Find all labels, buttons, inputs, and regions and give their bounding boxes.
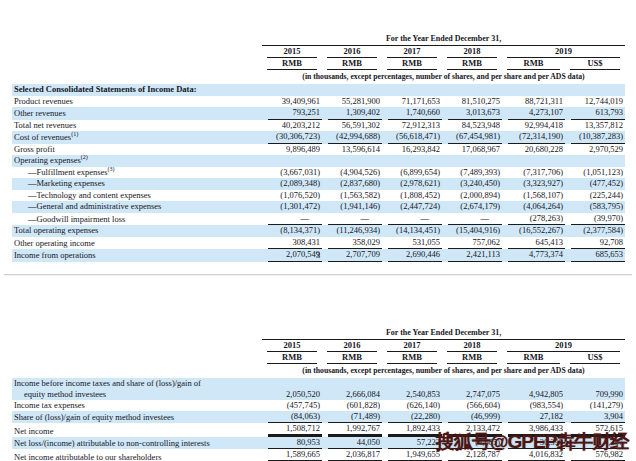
value-cell: 27,182: [502, 411, 565, 423]
value-cell: (42,994,688): [322, 131, 382, 144]
value: —: [448, 213, 502, 226]
row-label-cell: —Fulfillment expenses(3): [12, 167, 262, 179]
value: (2,447,724): [388, 201, 442, 213]
year-label: 2018: [447, 340, 497, 352]
value-cell: (15,404,916): [442, 225, 502, 237]
value: 92,994,418: [508, 120, 565, 132]
value-cell: (71,489): [322, 411, 382, 423]
value: (56,618,471): [388, 131, 442, 144]
row-label: Gross profit: [14, 144, 262, 156]
currency-column: US$: [565, 352, 625, 364]
value-cell: (601,828): [322, 400, 382, 411]
table-row: —General and administrative expenses(1,3…: [12, 201, 625, 213]
year-column-2018: 2018: [442, 340, 502, 352]
currency-column: RMB: [502, 352, 565, 364]
value: 13,596,614: [328, 144, 382, 156]
value: 1,740,660: [388, 107, 442, 120]
value-cell: (477,452): [565, 178, 625, 190]
value-cell: (7,317,706): [502, 167, 565, 179]
value-cell: 88,721,311: [502, 96, 565, 108]
row-label: Net income attributable to our sharehold…: [14, 452, 262, 461]
value: (42,994,688): [328, 131, 382, 144]
value: (601,828): [328, 400, 382, 411]
row-label: Total net revenues: [14, 120, 262, 132]
currency-label: US$: [570, 58, 620, 70]
value-cell: [442, 155, 502, 167]
value: (2,978,621): [388, 178, 442, 190]
value: 709,990: [571, 389, 625, 400]
value: (583,795): [571, 201, 625, 213]
row-label: Total operating expenses: [14, 225, 262, 237]
row-label-cell: —Marketing expenses: [12, 178, 262, 190]
income-statement-table-grid: For the Year Ended December 31,201520162…: [12, 28, 625, 262]
year-label: 2018: [447, 46, 497, 58]
value-cell: 55,281,900: [322, 96, 382, 108]
value: (2,674,179): [448, 201, 502, 213]
value-cell: (4,064,264): [502, 201, 565, 213]
value: 27,182: [508, 411, 565, 423]
value: (39,970): [571, 213, 625, 226]
value-cell: 80,953: [262, 437, 322, 449]
value: (4,064,264): [508, 201, 565, 213]
year-label: 2016: [327, 340, 377, 352]
value-cell: 2,666,084: [322, 378, 382, 400]
currency-label: RMB: [387, 58, 437, 70]
year-ended-title-cell: For the Year Ended December 31,: [262, 28, 625, 46]
value: 4,942,805: [508, 389, 565, 400]
value: 793,251: [268, 107, 322, 120]
year-label: 2016: [327, 46, 377, 58]
value: (30,306,723): [268, 131, 322, 144]
value: 39,409,961: [268, 96, 322, 108]
value: (16,552,267): [508, 225, 565, 237]
value-cell: 72,912,313: [382, 120, 442, 132]
value-cell: (4,904,526): [322, 167, 382, 179]
currency-label: RMB: [327, 352, 377, 364]
value-cell: 39,409,961: [262, 96, 322, 108]
value-cell: [502, 155, 565, 167]
value-cell: (1,076,520): [262, 190, 322, 202]
row-label: —Fulfillment expenses(3): [28, 167, 262, 179]
value: (15,404,916): [448, 225, 502, 237]
currency-label: RMB: [447, 352, 497, 364]
row-label-cell: Income before income taxes and share of …: [12, 378, 262, 400]
table-row: Share of (loss)/gain of equity method in…: [12, 411, 625, 423]
currency-column: RMB: [502, 58, 565, 70]
value: (225,244): [571, 190, 625, 202]
value-cell: 308,431: [262, 237, 322, 250]
value-cell: (278,263): [502, 213, 565, 226]
value-cell: 645,413: [502, 237, 565, 250]
value-cell: —: [382, 213, 442, 226]
value-cell: 1,589,665: [262, 449, 322, 461]
row-label: Cost of revenues(1): [14, 132, 262, 144]
value-cell: (3,667,031): [262, 167, 322, 179]
value: (6,899,654): [388, 167, 442, 179]
row-label-line2: equity method investees: [14, 389, 262, 400]
value: 308,431: [268, 237, 322, 250]
value: (983,554): [508, 400, 565, 411]
value-cell: 92,708: [565, 237, 625, 250]
table-row: Total operating expenses(8,134,371)(11,2…: [12, 225, 625, 237]
value-cell: (1,808,452): [382, 190, 442, 202]
table-row: Selected Consolidated Statements of Inco…: [12, 84, 625, 96]
value: 1,892,433: [388, 423, 442, 435]
value: 1,508,712: [268, 423, 322, 435]
value-cell: 16,293,842: [382, 144, 442, 156]
value: 80,953: [268, 437, 322, 449]
year-column-2016: 2016: [322, 46, 382, 58]
value: —: [268, 213, 322, 226]
row-label-cell: Cost of revenues(1): [12, 131, 262, 144]
value-cell: 4,273,107: [502, 107, 565, 120]
value-cell: (46,999): [442, 411, 502, 423]
value: (72,314,190): [508, 131, 565, 144]
value-cell: (7,489,393): [442, 167, 502, 179]
value: (1,076,520): [268, 190, 322, 202]
value: (566,604): [448, 400, 502, 411]
units-note: (in thousands, except percentages, numbe…: [262, 364, 625, 378]
table-row: —Marketing expenses(2,089,348)(2,837,680…: [12, 178, 625, 190]
value: (3,240,450): [448, 178, 502, 190]
value: 9,896,489: [268, 144, 322, 156]
value: (477,452): [571, 178, 625, 190]
value-cell: (84,063): [262, 411, 322, 423]
value-cell: 20,680,228: [502, 144, 565, 156]
value: 2,747,075: [448, 389, 502, 400]
